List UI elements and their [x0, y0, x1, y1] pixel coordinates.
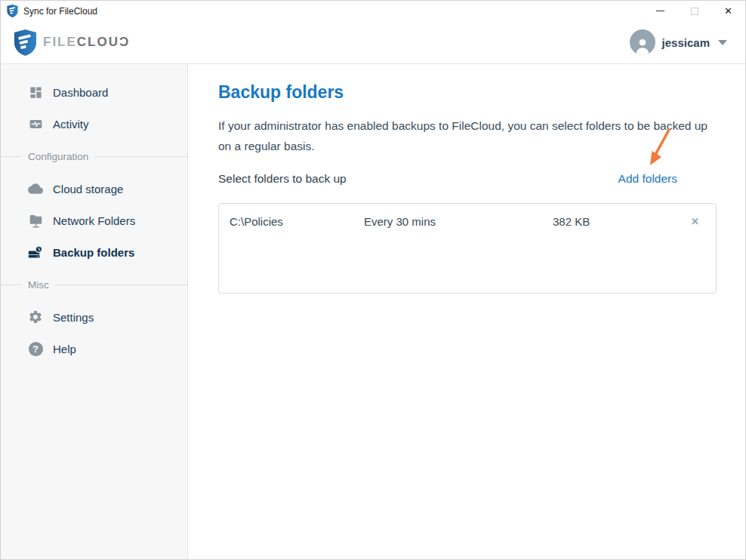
maximize-button[interactable] [677, 1, 711, 21]
network-folder-icon [28, 213, 43, 228]
filecloud-logo: FILECLOUƆ [14, 29, 130, 56]
sidebar-item-label: Activity [53, 118, 89, 131]
sidebar-section-configuration: Configuration [1, 142, 187, 171]
window-title: Sync for FileCloud [23, 6, 97, 17]
minimize-icon [656, 11, 664, 12]
chevron-down-icon [718, 40, 727, 45]
user-name: jessicam [662, 36, 710, 49]
app-header: FILECLOUƆ jessicam [1, 21, 745, 64]
sidebar-item-label: Network Folders [53, 214, 135, 227]
page-description: If your administrator has enabled backup… [218, 115, 717, 156]
backup-folders-panel: C:\Policies Every 30 mins 382 KB ✕ [218, 203, 717, 294]
add-folders-link[interactable]: Add folders [618, 172, 677, 186]
close-button[interactable]: ✕ [711, 1, 745, 21]
brand-text: FILECLOUƆ [43, 35, 130, 50]
dashboard-icon [28, 85, 43, 100]
remove-backup-button[interactable]: ✕ [689, 214, 705, 229]
sidebar: Dashboard Activity Configuration Cloud s… [1, 64, 188, 559]
backup-drive-clock-icon [28, 245, 43, 260]
app-shield-icon [7, 5, 18, 17]
title-bar: Sync for FileCloud ✕ [1, 1, 745, 21]
maximize-icon [691, 8, 698, 15]
sidebar-item-label: Backup folders [53, 246, 134, 259]
filecloud-shield-icon [14, 29, 36, 56]
backup-frequency: Every 30 mins [364, 215, 553, 228]
sidebar-item-help[interactable]: ? Help [1, 333, 187, 365]
sidebar-section-misc: Misc [1, 270, 187, 299]
select-folders-label: Select folders to back up [218, 172, 347, 186]
backup-row: C:\Policies Every 30 mins 382 KB ✕ [219, 204, 716, 229]
sidebar-item-label: Cloud storage [53, 183, 123, 195]
avatar [630, 29, 655, 55]
sidebar-item-activity[interactable]: Activity [1, 108, 187, 140]
main-content: Backup folders If your administrator has… [188, 64, 746, 559]
sidebar-item-label: Settings [53, 311, 94, 324]
activity-icon [28, 116, 43, 131]
sidebar-item-backup-folders[interactable]: Backup folders [1, 236, 187, 268]
backup-path: C:\Policies [230, 215, 364, 228]
page-title: Backup folders [218, 82, 717, 103]
sidebar-item-dashboard[interactable]: Dashboard [1, 76, 187, 108]
person-icon [633, 35, 652, 55]
gear-icon [28, 309, 43, 325]
sidebar-item-cloud-storage[interactable]: Cloud storage [1, 173, 187, 205]
sidebar-item-label: Help [53, 343, 76, 355]
user-menu[interactable]: jessicam [630, 29, 727, 55]
help-icon: ? [28, 341, 43, 356]
close-icon: ✕ [724, 6, 732, 16]
sidebar-item-network-folders[interactable]: Network Folders [1, 205, 187, 236]
sidebar-item-settings[interactable]: Settings [1, 301, 187, 333]
backup-size: 382 KB [553, 215, 689, 228]
app-window: Sync for FileCloud ✕ FILECLOUƆ jessicam [0, 0, 746, 560]
cloud-icon [28, 181, 43, 196]
sidebar-item-label: Dashboard [53, 86, 108, 99]
select-folders-row: Select folders to back up Add folders [218, 172, 717, 186]
minimize-button[interactable] [643, 1, 677, 21]
